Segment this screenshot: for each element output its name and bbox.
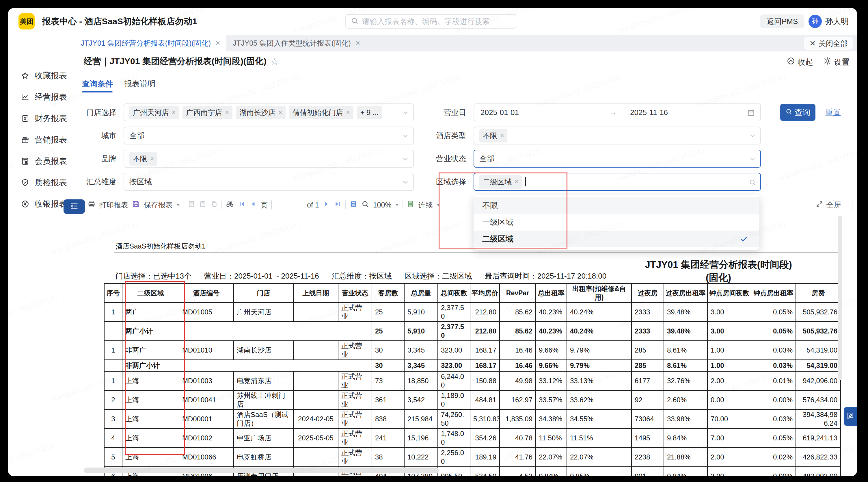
zoom-level-value[interactable]: 100% [373,201,392,209]
print-report-button[interactable]: 打印报表 [99,200,128,210]
tab-jtjy05-report[interactable]: JTJY05 集团入住类型统计报表(固化) × [226,35,366,51]
sidebar-item-favorite[interactable]: 收藏报表 [8,65,74,86]
table-cell: 5 [104,448,122,467]
sidebar-item-finance[interactable]: 财务报表 [8,108,74,129]
city-select-field[interactable]: 全部 [124,126,414,144]
table-cell: 40.23% [536,303,567,322]
table-cell: 1,189.00 [438,390,470,409]
chip-remove-icon[interactable]: × [346,109,350,116]
filter-chip[interactable]: 不限× [129,152,157,166]
sidebar-collapse-button[interactable] [64,199,85,214]
sidebar-item-member[interactable]: 会员报表 [8,150,74,172]
region-option-一级区域[interactable]: 一级区域 [473,214,760,231]
column-header[interactable]: 钟点房间夜数 [708,283,751,303]
summary-dimension-select-field[interactable]: 按区域 [124,173,414,191]
first-page-button[interactable] [238,200,245,209]
favorite-star-icon[interactable]: ☆ [271,56,279,67]
report-search-box[interactable] [345,14,516,29]
vertical-scrollbar[interactable] [838,216,842,380]
horizontal-scrollbar[interactable] [84,467,439,473]
column-header[interactable]: 房费 [796,283,841,303]
chip-remove-icon[interactable]: × [500,132,504,140]
close-all-tabs-button[interactable]: ✕ 关闭全部 [804,37,853,50]
prev-page-button[interactable] [249,200,257,209]
tab-report-description[interactable]: 报表说明 [124,79,155,89]
chevron-down-icon [402,155,409,165]
column-header[interactable]: 二级区域 [122,283,179,303]
settings-button[interactable]: 设置 [823,57,849,67]
column-header[interactable]: 序号 [104,283,122,303]
tab-query-conditions[interactable]: 查询条件 [82,79,113,89]
store-select-field[interactable]: 广州天河店×广西南宁店×湖南长沙店×倩倩初始化门店×+ 9 ... [124,104,414,121]
store-chip-more[interactable]: + 9 ... [357,106,382,119]
reset-button[interactable]: 重置 [825,104,841,121]
column-header[interactable]: 平均房价 [470,283,500,303]
feedback-float-button[interactable] [844,407,857,426]
hotel-type-select-field[interactable]: 不限× [473,126,761,144]
chip-remove-icon[interactable]: × [515,178,518,186]
column-header[interactable]: 上线日期 [293,283,338,303]
back-to-pms-button[interactable]: 返回PMS [760,15,804,28]
fullscreen-button[interactable]: 全屏 [808,198,849,212]
chip-remove-icon[interactable]: × [150,155,154,163]
column-header[interactable]: 出租率(扣维修&自用) [567,283,631,303]
column-header[interactable]: 总出租率 [536,283,567,303]
table-cell: 73064 [631,409,664,429]
caret-down-icon[interactable] [395,204,399,206]
column-header[interactable]: 总间夜数 [438,283,470,303]
tab-jtjy01-report[interactable]: JTJY01 集团经营分析报表(时间段)(固化) × [74,35,226,51]
column-header[interactable]: 钟点房出租率 [751,283,796,303]
page-number-input[interactable] [272,200,303,210]
user-name[interactable]: 孙大明 [825,8,849,35]
continuous-view-button[interactable]: 连续 [418,200,433,210]
export-document-icon [188,200,195,209]
business-status-select-field[interactable]: 全部 [473,150,761,168]
region-option-不限[interactable]: 不限 [473,197,760,214]
filter-chip[interactable]: 不限× [479,129,507,142]
chip-remove-icon[interactable]: × [278,109,282,116]
date-end-value[interactable]: 2025-11-16 [630,108,668,117]
page-setup-icon[interactable] [349,200,358,210]
next-page-button[interactable] [323,200,330,209]
chip-remove-icon[interactable]: × [172,109,176,116]
close-tab-icon[interactable]: × [355,38,360,48]
column-header[interactable]: 客房数 [372,283,404,303]
region-option-二级区域[interactable]: 二级区域 [473,231,760,247]
store-chip[interactable]: 广西南宁店× [183,106,232,119]
region-select-field[interactable]: 二级区域× [473,173,761,191]
close-tab-icon[interactable]: × [215,38,220,48]
table-cell: 22.07% [536,448,567,467]
last-page-button[interactable] [334,200,342,209]
sidebar-item-label: 质检报表 [35,177,67,188]
filter-chip[interactable]: 二级区域× [479,175,522,189]
chip-remove-icon[interactable]: × [225,109,229,116]
query-button[interactable]: 查询 [780,104,815,121]
find-binoculars-icon[interactable] [225,200,234,210]
close-icon: ✕ [809,39,816,48]
user-avatar[interactable]: 孙 [808,15,822,28]
search-input[interactable] [362,17,511,26]
business-date-range-field[interactable]: 2025-01-01 → 2025-11-16 [473,104,761,121]
save-report-button[interactable]: 保存报表 [144,200,173,210]
column-header[interactable]: 营业状态 [338,283,372,303]
caret-down-icon[interactable] [177,204,180,206]
collapse-panel-button[interactable]: 收起 [786,57,813,67]
store-chip[interactable]: 广州天河店× [129,106,179,119]
column-header[interactable]: 总房量 [404,283,438,303]
column-header[interactable]: 酒店编号 [179,283,234,303]
caret-down-icon[interactable] [437,204,440,206]
table-cell: 9.84% [664,429,708,448]
column-header[interactable]: 过夜房 [631,283,664,303]
brand-label: 品牌 [74,150,116,168]
date-start-value[interactable]: 2025-01-01 [480,108,519,117]
column-header[interactable]: RevPar [500,283,536,303]
store-chip[interactable]: 湖南长沙店× [236,106,286,119]
sidebar-item-business[interactable]: 经营报表 [8,86,74,108]
store-chip[interactable]: 倩倩初始化门店× [289,106,353,119]
brand-select-field[interactable]: 不限× [124,150,414,168]
sidebar-item-marketing[interactable]: 营销报表 [8,129,74,150]
table-cell: 8.61% [664,360,708,371]
column-header[interactable]: 门店 [234,283,293,303]
column-header[interactable]: 过夜房出租率 [664,283,708,303]
sidebar-item-quality[interactable]: 质检报表 [8,172,74,193]
